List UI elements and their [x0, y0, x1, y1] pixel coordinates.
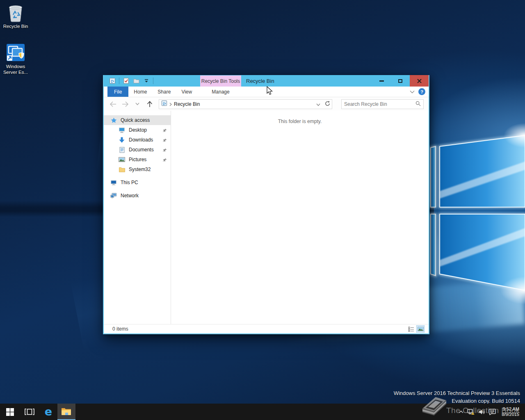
customize-qat-dropdown[interactable] [143, 77, 150, 85]
collection-watermark-text: The Collection Book [446, 406, 520, 415]
sidebar-item-label: Quick access [121, 117, 150, 123]
tab-share[interactable]: Share [152, 87, 176, 97]
sidebar-item-label: System32 [129, 167, 151, 172]
edge-icon: e [45, 404, 52, 420]
sidebar-item-label: Desktop [129, 127, 147, 133]
search-box[interactable] [341, 99, 424, 109]
properties-button[interactable] [122, 77, 130, 85]
breadcrumb-location[interactable]: Recycle Bin [174, 101, 200, 107]
empty-folder-message: This folder is empty. [171, 119, 429, 124]
windows-hero-logo [427, 123, 525, 328]
build-watermark: Windows Server 2016 Technical Preview 3 … [394, 389, 520, 405]
tab-file[interactable]: File [107, 87, 128, 97]
sidebar-item-this-pc[interactable]: This PC [104, 178, 171, 187]
folder-icon [119, 166, 125, 173]
sidebar-item-quick-access[interactable]: Quick access [104, 115, 171, 125]
close-button[interactable] [410, 75, 429, 87]
network-icon [110, 192, 117, 199]
sidebar-item-label: This PC [121, 180, 138, 185]
tab-home[interactable]: Home [128, 87, 152, 97]
taskbar-edge-button[interactable]: e [39, 404, 57, 420]
contextual-tab-recycle-bin-tools[interactable]: Recycle Bin Tools [200, 75, 241, 87]
navigation-pane: Quick access Desktop Downloads [104, 111, 171, 324]
item-count: 0 items [112, 326, 128, 332]
sidebar-item-network[interactable]: Network [104, 191, 171, 201]
sidebar-item-label: Documents [129, 147, 154, 153]
ribbon-tab-row: File Home Share View Manage ? [104, 87, 429, 97]
maximize-button[interactable] [391, 75, 410, 87]
desktop: Recycle Bin WindowsServer Es... Windows … [0, 0, 525, 420]
watermark-line1: Windows Server 2016 Technical Preview 3 … [394, 389, 520, 397]
pin-icon [163, 158, 167, 163]
folder-contents-pane[interactable]: This folder is empty. [171, 111, 429, 324]
breadcrumb-chevron-icon [169, 100, 172, 108]
toolbar-separator [119, 78, 119, 84]
start-button[interactable] [0, 404, 20, 420]
mouse-cursor [267, 86, 273, 95]
sidebar-item-label: Network [121, 193, 139, 199]
desktop-icon [119, 127, 125, 133]
book-icon [419, 395, 450, 418]
address-bar[interactable]: Recycle Bin [159, 99, 332, 109]
recycle-bin-system-icon[interactable] [109, 77, 116, 85]
details-view-button[interactable] [407, 325, 415, 333]
sidebar-item-label: Pictures [129, 157, 146, 162]
new-folder-button[interactable] [132, 77, 140, 85]
task-view-icon [25, 408, 34, 415]
desktop-icon-recycle-bin[interactable]: Recycle Bin [2, 2, 29, 29]
search-input[interactable] [344, 101, 415, 107]
pin-icon [163, 138, 167, 144]
server-essentials-icon [2, 43, 29, 62]
explorer-window: Recycle Bin Tools Recycle Bin File Home … [103, 75, 429, 334]
desktop-icon-label: Recycle Bin [2, 23, 29, 29]
navigation-bar: Recycle Bin [104, 97, 429, 111]
back-button[interactable] [108, 99, 118, 109]
tab-view[interactable]: View [176, 87, 197, 97]
collection-book-watermark: The Collection Book [419, 395, 450, 418]
sidebar-item-label: Downloads [129, 137, 153, 143]
pin-icon [163, 128, 167, 134]
large-icons-view-icon [418, 326, 424, 331]
window-title: Recycle Bin [246, 75, 274, 87]
tab-manage[interactable]: Manage [200, 87, 241, 97]
quick-access-toolbar [104, 75, 153, 87]
document-icon [119, 146, 125, 153]
expand-ribbon-chevron-icon[interactable] [410, 89, 415, 95]
status-bar: 0 items [104, 324, 429, 333]
taskbar-file-explorer-button[interactable] [57, 404, 75, 420]
sidebar-item-pictures[interactable]: Pictures [104, 155, 171, 164]
minimize-button[interactable] [372, 75, 391, 87]
file-explorer-icon [61, 407, 72, 416]
sidebar-item-downloads[interactable]: Downloads [104, 135, 171, 145]
sidebar-item-system32[interactable]: System32 [104, 164, 171, 174]
desktop-icon-label: WindowsServer Es... [2, 64, 29, 75]
large-icons-view-button[interactable] [416, 325, 425, 333]
search-icon[interactable] [415, 100, 421, 108]
refresh-icon[interactable] [325, 100, 330, 108]
toolbar-separator [153, 78, 153, 84]
up-button[interactable] [145, 99, 155, 109]
sidebar-item-desktop[interactable]: Desktop [104, 125, 171, 135]
recent-locations-chevron-icon[interactable] [132, 99, 142, 109]
pin-icon [163, 148, 167, 153]
forward-button[interactable] [120, 99, 130, 109]
titlebar[interactable]: Recycle Bin Tools Recycle Bin [104, 75, 429, 87]
sidebar-item-documents[interactable]: Documents [104, 145, 171, 155]
windows-logo-icon [6, 408, 14, 416]
desktop-icon-windows-server-essentials[interactable]: WindowsServer Es... [2, 43, 29, 75]
help-icon[interactable]: ? [418, 88, 425, 95]
task-view-button[interactable] [20, 404, 39, 420]
details-view-icon [408, 326, 414, 332]
picture-icon [119, 156, 125, 163]
download-arrow-icon [119, 137, 125, 143]
recycle-bin-icon [2, 2, 29, 22]
address-dropdown-chevron-icon[interactable] [316, 100, 320, 108]
close-icon [417, 79, 422, 83]
star-icon [110, 117, 117, 123]
location-recycle-bin-icon [161, 100, 167, 108]
computer-icon [110, 179, 117, 186]
